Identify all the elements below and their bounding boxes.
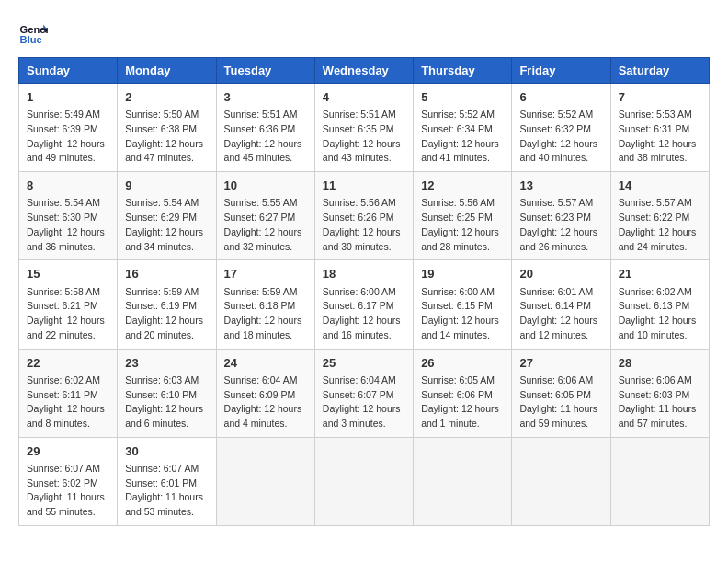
weekday-header-saturday: Saturday <box>610 58 709 84</box>
calendar-cell: 19 Sunrise: 6:00 AM Sunset: 6:15 PM Dayl… <box>414 260 512 349</box>
calendar-cell: 16 Sunrise: 5:59 AM Sunset: 6:19 PM Dayl… <box>118 260 216 349</box>
day-number: 3 <box>224 89 307 106</box>
calendar-week-5: 29 Sunrise: 6:07 AM Sunset: 6:02 PM Dayl… <box>19 437 710 525</box>
calendar-cell: 15 Sunrise: 5:58 AM Sunset: 6:21 PM Dayl… <box>19 260 118 349</box>
day-number: 20 <box>519 266 602 282</box>
day-number: 14 <box>619 178 701 194</box>
day-info: Sunrise: 6:02 AM Sunset: 6:11 PM Dayligh… <box>27 373 109 431</box>
day-info: Sunrise: 5:58 AM Sunset: 6:21 PM Dayligh… <box>27 285 109 343</box>
day-info: Sunrise: 5:50 AM Sunset: 6:38 PM Dayligh… <box>125 108 208 166</box>
calendar-week-3: 15 Sunrise: 5:58 AM Sunset: 6:21 PM Dayl… <box>19 260 710 349</box>
day-number: 17 <box>224 266 307 282</box>
calendar-cell <box>512 437 610 525</box>
day-number: 24 <box>224 355 307 372</box>
calendar-cell: 22 Sunrise: 6:02 AM Sunset: 6:11 PM Dayl… <box>19 349 118 437</box>
calendar-cell: 18 Sunrise: 6:00 AM Sunset: 6:17 PM Dayl… <box>314 260 413 349</box>
day-info: Sunrise: 6:00 AM Sunset: 6:15 PM Dayligh… <box>421 285 504 343</box>
calendar-cell: 9 Sunrise: 5:54 AM Sunset: 6:29 PM Dayli… <box>118 172 216 260</box>
calendar-cell: 27 Sunrise: 6:06 AM Sunset: 6:05 PM Dayl… <box>512 349 610 437</box>
calendar-cell: 13 Sunrise: 5:57 AM Sunset: 6:23 PM Dayl… <box>512 172 610 260</box>
weekday-header-sunday: Sunday <box>19 58 118 84</box>
page-header: General Blue <box>18 18 710 48</box>
day-number: 8 <box>27 178 109 194</box>
weekday-header-thursday: Thursday <box>414 58 512 84</box>
day-number: 5 <box>421 89 504 106</box>
day-info: Sunrise: 5:54 AM Sunset: 6:29 PM Dayligh… <box>125 196 208 254</box>
weekday-header-tuesday: Tuesday <box>216 58 314 84</box>
calendar-week-1: 1 Sunrise: 5:49 AM Sunset: 6:39 PM Dayli… <box>19 84 710 172</box>
calendar-cell: 17 Sunrise: 5:59 AM Sunset: 6:18 PM Dayl… <box>216 260 314 349</box>
calendar-cell: 20 Sunrise: 6:01 AM Sunset: 6:14 PM Dayl… <box>512 260 610 349</box>
day-info: Sunrise: 5:56 AM Sunset: 6:26 PM Dayligh… <box>323 196 405 254</box>
day-info: Sunrise: 6:06 AM Sunset: 6:03 PM Dayligh… <box>619 373 701 431</box>
calendar-cell: 10 Sunrise: 5:55 AM Sunset: 6:27 PM Dayl… <box>216 172 314 260</box>
day-number: 28 <box>619 355 701 372</box>
day-number: 27 <box>519 355 602 372</box>
day-info: Sunrise: 6:01 AM Sunset: 6:14 PM Dayligh… <box>519 285 602 343</box>
calendar-cell: 24 Sunrise: 6:04 AM Sunset: 6:09 PM Dayl… <box>216 349 314 437</box>
calendar-week-2: 8 Sunrise: 5:54 AM Sunset: 6:30 PM Dayli… <box>19 172 710 260</box>
day-info: Sunrise: 5:52 AM Sunset: 6:32 PM Dayligh… <box>519 108 602 166</box>
day-number: 2 <box>125 89 208 106</box>
calendar-cell: 6 Sunrise: 5:52 AM Sunset: 6:32 PM Dayli… <box>512 84 610 172</box>
calendar-cell: 23 Sunrise: 6:03 AM Sunset: 6:10 PM Dayl… <box>118 349 216 437</box>
logo-icon: General Blue <box>18 18 48 48</box>
day-number: 19 <box>421 266 504 282</box>
day-info: Sunrise: 6:04 AM Sunset: 6:09 PM Dayligh… <box>224 373 307 431</box>
day-info: Sunrise: 6:03 AM Sunset: 6:10 PM Dayligh… <box>125 373 208 431</box>
day-number: 7 <box>619 89 701 106</box>
calendar-cell <box>216 437 314 525</box>
weekday-header-monday: Monday <box>118 58 216 84</box>
day-info: Sunrise: 6:07 AM Sunset: 6:01 PM Dayligh… <box>125 462 208 520</box>
day-info: Sunrise: 5:56 AM Sunset: 6:25 PM Dayligh… <box>421 196 504 254</box>
day-number: 9 <box>125 178 208 194</box>
calendar-cell: 29 Sunrise: 6:07 AM Sunset: 6:02 PM Dayl… <box>19 437 118 525</box>
calendar-cell: 2 Sunrise: 5:50 AM Sunset: 6:38 PM Dayli… <box>118 84 216 172</box>
calendar-cell: 26 Sunrise: 6:05 AM Sunset: 6:06 PM Dayl… <box>414 349 512 437</box>
day-number: 21 <box>619 266 701 282</box>
calendar-cell <box>414 437 512 525</box>
day-number: 13 <box>519 178 602 194</box>
logo: General Blue <box>18 18 51 48</box>
day-info: Sunrise: 6:06 AM Sunset: 6:05 PM Dayligh… <box>519 373 602 431</box>
calendar-cell: 5 Sunrise: 5:52 AM Sunset: 6:34 PM Dayli… <box>414 84 512 172</box>
day-info: Sunrise: 5:57 AM Sunset: 6:23 PM Dayligh… <box>519 196 602 254</box>
day-number: 18 <box>323 266 405 282</box>
day-number: 1 <box>27 89 109 106</box>
day-info: Sunrise: 6:00 AM Sunset: 6:17 PM Dayligh… <box>323 285 405 343</box>
calendar-cell: 1 Sunrise: 5:49 AM Sunset: 6:39 PM Dayli… <box>19 84 118 172</box>
day-number: 23 <box>125 355 208 372</box>
day-number: 16 <box>125 266 208 282</box>
day-info: Sunrise: 5:54 AM Sunset: 6:30 PM Dayligh… <box>27 196 109 254</box>
calendar-week-4: 22 Sunrise: 6:02 AM Sunset: 6:11 PM Dayl… <box>19 349 710 437</box>
day-number: 15 <box>27 266 109 282</box>
calendar-cell: 28 Sunrise: 6:06 AM Sunset: 6:03 PM Dayl… <box>610 349 709 437</box>
calendar-cell <box>314 437 413 525</box>
day-number: 4 <box>323 89 405 106</box>
day-number: 29 <box>27 443 109 460</box>
day-info: Sunrise: 6:07 AM Sunset: 6:02 PM Dayligh… <box>27 462 109 520</box>
day-number: 30 <box>125 443 208 460</box>
day-number: 26 <box>421 355 504 372</box>
weekday-header-row: SundayMondayTuesdayWednesdayThursdayFrid… <box>19 58 710 84</box>
day-info: Sunrise: 5:59 AM Sunset: 6:19 PM Dayligh… <box>125 285 208 343</box>
calendar-cell: 12 Sunrise: 5:56 AM Sunset: 6:25 PM Dayl… <box>414 172 512 260</box>
calendar-cell: 11 Sunrise: 5:56 AM Sunset: 6:26 PM Dayl… <box>314 172 413 260</box>
calendar-cell: 8 Sunrise: 5:54 AM Sunset: 6:30 PM Dayli… <box>19 172 118 260</box>
calendar-cell: 25 Sunrise: 6:04 AM Sunset: 6:07 PM Dayl… <box>314 349 413 437</box>
calendar-cell: 4 Sunrise: 5:51 AM Sunset: 6:35 PM Dayli… <box>314 84 413 172</box>
calendar-cell: 21 Sunrise: 6:02 AM Sunset: 6:13 PM Dayl… <box>610 260 709 349</box>
day-info: Sunrise: 5:51 AM Sunset: 6:35 PM Dayligh… <box>323 108 405 166</box>
day-info: Sunrise: 5:59 AM Sunset: 6:18 PM Dayligh… <box>224 285 307 343</box>
day-info: Sunrise: 5:52 AM Sunset: 6:34 PM Dayligh… <box>421 108 504 166</box>
day-number: 10 <box>224 178 307 194</box>
day-info: Sunrise: 5:55 AM Sunset: 6:27 PM Dayligh… <box>224 196 307 254</box>
day-number: 25 <box>323 355 405 372</box>
day-number: 6 <box>519 89 602 106</box>
calendar-cell: 30 Sunrise: 6:07 AM Sunset: 6:01 PM Dayl… <box>118 437 216 525</box>
day-info: Sunrise: 6:04 AM Sunset: 6:07 PM Dayligh… <box>323 373 405 431</box>
day-number: 22 <box>27 355 109 372</box>
svg-text:Blue: Blue <box>20 34 42 45</box>
day-info: Sunrise: 5:49 AM Sunset: 6:39 PM Dayligh… <box>27 108 109 166</box>
calendar-table: SundayMondayTuesdayWednesdayThursdayFrid… <box>18 57 710 526</box>
